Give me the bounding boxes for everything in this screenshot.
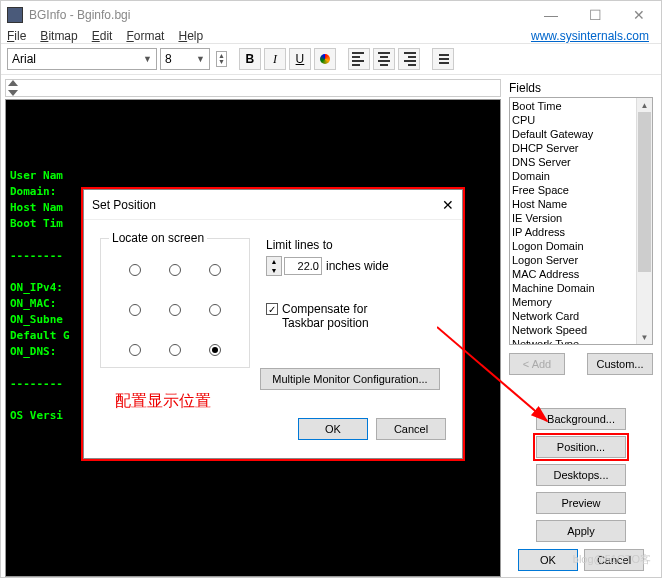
field-item[interactable]: Network Card xyxy=(512,309,634,323)
field-item[interactable]: DHCP Server xyxy=(512,141,634,155)
add-button[interactable]: < Add xyxy=(509,353,565,375)
position-radio-8[interactable] xyxy=(209,344,221,356)
position-radio-3[interactable] xyxy=(129,304,141,316)
menu-bitmap[interactable]: Bitmap xyxy=(40,29,77,43)
position-radio-6[interactable] xyxy=(129,344,141,356)
field-item[interactable]: Domain xyxy=(512,169,634,183)
field-item[interactable]: Logon Server xyxy=(512,253,634,267)
dialog-ok-button[interactable]: OK xyxy=(298,418,368,440)
menu-format[interactable]: Format xyxy=(126,29,164,43)
bullets-button[interactable] xyxy=(432,48,454,70)
multi-monitor-button[interactable]: Multiple Monitor Configuration... xyxy=(260,368,440,390)
position-radio-4[interactable] xyxy=(169,304,181,316)
align-left-button[interactable] xyxy=(348,48,370,70)
italic-button[interactable]: I xyxy=(264,48,286,70)
limit-unit: inches wide xyxy=(326,259,389,273)
sysinternals-link[interactable]: www.sysinternals.com xyxy=(531,29,649,43)
position-radio-0[interactable] xyxy=(129,264,141,276)
ok-button[interactable]: OK xyxy=(518,549,578,571)
fields-label: Fields xyxy=(509,81,653,95)
watermark: blog@51CTO客 xyxy=(573,552,651,567)
dialog-cancel-button[interactable]: Cancel xyxy=(376,418,446,440)
dialog-close-icon[interactable]: ✕ xyxy=(442,197,454,213)
scroll-down-icon[interactable]: ▼ xyxy=(637,330,652,344)
field-item[interactable]: Network Type xyxy=(512,337,634,344)
position-radio-1[interactable] xyxy=(169,264,181,276)
locate-label: Locate on screen xyxy=(109,231,207,245)
field-item[interactable]: Boot Time xyxy=(512,99,634,113)
field-item[interactable]: Free Space xyxy=(512,183,634,197)
field-item[interactable]: Logon Domain xyxy=(512,239,634,253)
field-item[interactable]: Default Gateway xyxy=(512,127,634,141)
size-value: 8 xyxy=(165,52,172,66)
size-stepper[interactable]: ▲▼ xyxy=(216,51,227,67)
scroll-up-icon[interactable]: ▲ xyxy=(637,98,652,112)
chevron-down-icon: ▼ xyxy=(143,54,152,64)
set-position-dialog: Set Position ✕ Locate on screen Limit li… xyxy=(83,189,463,459)
app-icon xyxy=(7,7,23,23)
minimize-button[interactable]: — xyxy=(529,1,573,29)
dialog-title: Set Position xyxy=(92,198,156,212)
ruler[interactable] xyxy=(5,79,501,97)
limit-input[interactable] xyxy=(284,257,322,275)
align-right-button[interactable] xyxy=(398,48,420,70)
annotation-text: 配置显示位置 xyxy=(115,391,211,412)
size-combo[interactable]: 8 ▼ xyxy=(160,48,210,70)
menu-edit[interactable]: Edit xyxy=(92,29,113,43)
compensate-label: Compensate for Taskbar position xyxy=(282,302,369,330)
field-item[interactable]: CPU xyxy=(512,113,634,127)
window-title: BGInfo - Bginfo.bgi xyxy=(29,8,529,22)
field-item[interactable]: IP Address xyxy=(512,225,634,239)
position-radio-5[interactable] xyxy=(209,304,221,316)
menu-file[interactable]: File xyxy=(7,29,26,43)
field-item[interactable]: Host Name xyxy=(512,197,634,211)
align-center-button[interactable] xyxy=(373,48,395,70)
position-radio-2[interactable] xyxy=(209,264,221,276)
font-value: Arial xyxy=(12,52,36,66)
limit-label: Limit lines to xyxy=(266,238,446,252)
field-item[interactable]: Network Speed xyxy=(512,323,634,337)
scroll-thumb[interactable] xyxy=(638,112,651,272)
preview-button[interactable]: Preview xyxy=(536,492,626,514)
field-item[interactable]: Machine Domain xyxy=(512,281,634,295)
background-button[interactable]: Background... xyxy=(536,408,626,430)
compensate-checkbox[interactable]: ✓ xyxy=(266,303,278,315)
font-combo[interactable]: Arial ▼ xyxy=(7,48,157,70)
bold-button[interactable]: B xyxy=(239,48,261,70)
position-radio-7[interactable] xyxy=(169,344,181,356)
scrollbar[interactable]: ▲ ▼ xyxy=(636,98,652,344)
field-item[interactable]: Memory xyxy=(512,295,634,309)
close-button[interactable]: ✕ xyxy=(617,1,661,29)
field-item[interactable]: MAC Address xyxy=(512,267,634,281)
limit-stepper[interactable]: ▲▼ xyxy=(266,256,282,276)
desktops-button[interactable]: Desktops... xyxy=(536,464,626,486)
color-button[interactable] xyxy=(314,48,336,70)
chevron-down-icon: ▼ xyxy=(196,54,205,64)
custom-button[interactable]: Custom... xyxy=(587,353,653,375)
apply-button[interactable]: Apply xyxy=(536,520,626,542)
fields-listbox[interactable]: Boot TimeCPUDefault GatewayDHCP ServerDN… xyxy=(509,97,653,345)
menu-help[interactable]: Help xyxy=(178,29,203,43)
maximize-button[interactable]: ☐ xyxy=(573,1,617,29)
underline-button[interactable]: U xyxy=(289,48,311,70)
field-item[interactable]: DNS Server xyxy=(512,155,634,169)
field-item[interactable]: IE Version xyxy=(512,211,634,225)
position-button[interactable]: Position... xyxy=(536,436,626,458)
